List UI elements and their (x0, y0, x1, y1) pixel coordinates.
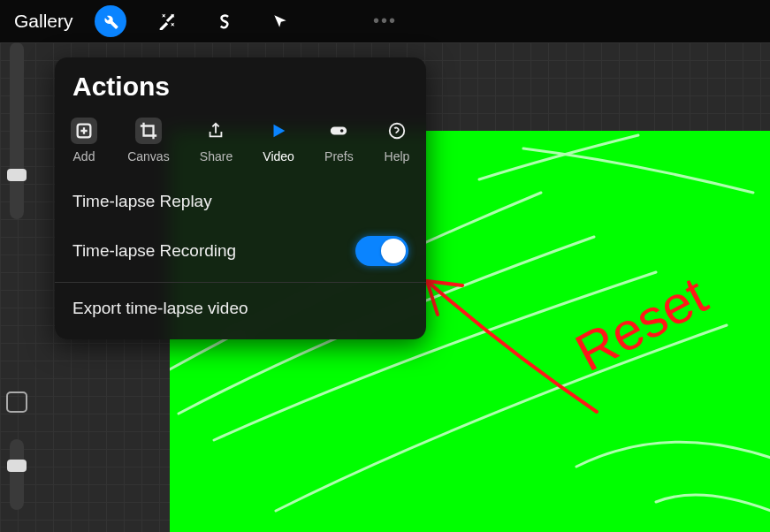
wand-icon (158, 12, 176, 30)
sidebar-sliders (0, 42, 34, 532)
crop-icon (139, 121, 158, 141)
tab-canvas[interactable]: Canvas (127, 118, 169, 163)
slider-thumb[interactable] (7, 169, 27, 181)
separator (55, 282, 426, 283)
help-icon (387, 121, 407, 141)
tab-label: Prefs (324, 149, 354, 163)
timelapse-replay-item[interactable]: Time-lapse Replay (55, 179, 426, 224)
wrench-tool-button[interactable] (95, 5, 126, 37)
brush-size-slider[interactable] (10, 42, 24, 219)
modifier-button[interactable] (6, 391, 27, 413)
actions-list: Time-lapse Replay Time-lapse Recording E… (55, 176, 426, 339)
item-label: Export time-lapse video (72, 299, 248, 318)
tab-label: Share (200, 149, 233, 163)
opacity-slider[interactable] (10, 439, 24, 510)
panel-title: Actions (55, 72, 426, 112)
item-label: Time-lapse Recording (72, 241, 236, 261)
toggle-knob (381, 239, 406, 263)
selection-tool-button[interactable] (208, 5, 240, 37)
add-icon (74, 121, 94, 141)
wrench-icon (102, 12, 119, 30)
export-timelapse-item[interactable]: Export time-lapse video (55, 286, 426, 331)
arrow-cursor-icon (271, 12, 289, 30)
slider-thumb[interactable] (7, 460, 27, 472)
tab-share[interactable]: Share (200, 118, 233, 163)
tab-label: Video (263, 149, 294, 163)
gallery-link[interactable]: Gallery (14, 11, 73, 32)
svg-point-2 (339, 128, 345, 133)
play-icon (269, 121, 288, 141)
tab-add[interactable]: Add (71, 118, 97, 163)
share-icon (206, 121, 225, 141)
s-shape-icon (215, 12, 233, 30)
toggle-icon (329, 121, 348, 141)
timelapse-recording-item: Time-lapse Recording (55, 224, 426, 278)
actions-tab-row: Add Canvas Share Video Prefs Help (55, 112, 426, 176)
item-label: Time-lapse Replay (72, 192, 212, 211)
tab-label: Help (385, 149, 410, 163)
topbar: Gallery ••• (0, 0, 770, 42)
tab-video[interactable]: Video (263, 118, 294, 163)
tab-prefs[interactable]: Prefs (324, 118, 354, 163)
tab-label: Canvas (127, 149, 169, 163)
tab-help[interactable]: Help (384, 118, 410, 163)
ellipsis-icon[interactable]: ••• (373, 11, 397, 31)
actions-panel: Actions Add Canvas Share Video Prefs Hel… (55, 57, 426, 339)
recording-toggle[interactable] (355, 236, 408, 266)
move-tool-button[interactable] (264, 5, 296, 37)
wand-tool-button[interactable] (151, 5, 183, 37)
tab-label: Add (73, 149, 95, 163)
